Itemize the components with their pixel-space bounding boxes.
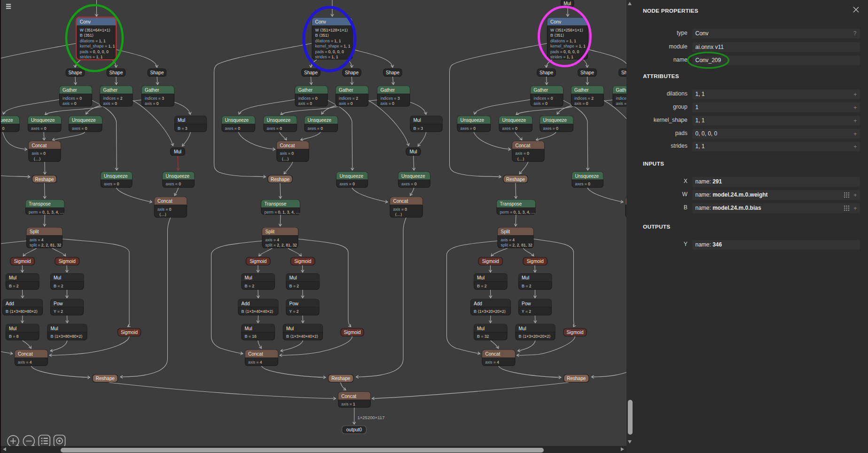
svg-text:Sigmoid: Sigmoid: [294, 259, 311, 264]
svg-text:B = 16: B = 16: [245, 334, 257, 339]
svg-text:Shape: Shape: [69, 70, 82, 75]
svg-text:⟨…⟩: ⟨…⟩: [282, 157, 289, 161]
svg-text:pads = 0, 0, 0, 0: pads = 0, 0, 0, 0: [550, 49, 579, 54]
svg-text:axis = 1: axis = 1: [341, 402, 355, 406]
svg-text:indices = 3: indices = 3: [381, 96, 400, 101]
svg-text:Shape: Shape: [150, 70, 164, 75]
svg-text:Mul: Mul: [54, 275, 61, 280]
svg-text:Mul: Mul: [409, 149, 417, 154]
svg-text:dilations = 1, 1: dilations = 1, 1: [550, 39, 576, 43]
svg-text:Gather: Gather: [574, 87, 589, 93]
svg-text:axes = 0: axes = 0: [543, 126, 559, 131]
svg-text:Conv: Conv: [80, 19, 91, 24]
svg-text:Unsqueeze: Unsqueeze: [401, 174, 425, 179]
svg-text:split = 2, 2, 81, 32: split = 2, 2, 81, 32: [30, 243, 62, 247]
svg-text:B ⟨1×3×40×40×2⟩: B ⟨1×3×40×40×2⟩: [242, 309, 274, 314]
svg-text:Sigmoid: Sigmoid: [344, 330, 360, 335]
svg-text:Gather: Gather: [103, 87, 118, 93]
svg-text:B = 2: B = 2: [245, 284, 255, 288]
svg-text:pads = 0, 0, 0, 0: pads = 0, 0, 0, 0: [315, 49, 344, 54]
svg-text:pads = 0, 0, 0, 0: pads = 0, 0, 0, 0: [80, 49, 109, 54]
svg-text:strides = 1, 1: strides = 1, 1: [80, 55, 103, 59]
svg-text:Unsqueeze: Unsqueeze: [502, 118, 526, 123]
svg-text:indices = 0: indices = 0: [534, 96, 553, 101]
svg-text:Conv: Conv: [550, 19, 561, 24]
svg-text:Unsqueeze: Unsqueeze: [543, 118, 567, 123]
svg-text:Unsqueeze: Unsqueeze: [166, 174, 190, 179]
svg-text:axis = 0: axis = 0: [280, 151, 294, 156]
svg-text:Concat: Concat: [485, 351, 500, 357]
svg-text:Gather: Gather: [534, 87, 548, 93]
svg-text:Concat: Concat: [157, 199, 172, 204]
svg-text:Transpose: Transpose: [29, 201, 51, 207]
svg-text:perm = 0, 1, 3, 4, …: perm = 0, 1, 3, 4, …: [500, 210, 535, 215]
svg-text:Transpose: Transpose: [265, 201, 287, 207]
svg-text:B ⟨1×3×40×40×2⟩: B ⟨1×3×40×40×2⟩: [286, 334, 318, 339]
svg-text:Unsqueeze: Unsqueeze: [104, 174, 128, 179]
svg-text:Reshape: Reshape: [567, 376, 586, 381]
svg-text:Mul: Mul: [178, 118, 185, 123]
svg-text:dilations = 1, 1: dilations = 1, 1: [315, 39, 341, 43]
svg-text:1×25200×117: 1×25200×117: [358, 415, 385, 420]
svg-text:Concat: Concat: [393, 199, 408, 204]
svg-text:Mul: Mul: [522, 275, 529, 280]
svg-text:B = 3: B = 3: [414, 126, 423, 131]
svg-text:Mul: Mul: [414, 118, 421, 123]
svg-text:indices = 2: indices = 2: [103, 96, 123, 101]
svg-text:⟨…⟩: ⟨…⟩: [159, 212, 166, 217]
svg-text:Concat: Concat: [341, 394, 356, 399]
svg-text:axis = 0: axis = 0: [103, 101, 117, 106]
svg-text:W ⟨351×256×1×1⟩: W ⟨351×256×1×1⟩: [550, 28, 583, 32]
svg-text:Split: Split: [501, 229, 510, 234]
svg-text:Unsqueeze: Unsqueeze: [575, 174, 599, 179]
svg-text:axis = 0: axis = 0: [393, 207, 407, 212]
svg-text:Concat: Concat: [248, 351, 263, 357]
svg-text:Shape: Shape: [345, 70, 359, 75]
svg-text:perm = 0, 1, 3, 4, …: perm = 0, 1, 3, 4, …: [29, 210, 64, 215]
svg-text:Add: Add: [6, 301, 14, 306]
svg-text:B = 2: B = 2: [9, 284, 19, 288]
svg-text:axis = 0: axis = 0: [32, 151, 46, 156]
svg-text:Pow: Pow: [522, 301, 531, 306]
svg-text:axis = 4: axis = 4: [485, 360, 500, 365]
svg-text:axes = 0: axes = 0: [308, 126, 323, 131]
svg-text:Unsqueeze: Unsqueeze: [340, 174, 364, 179]
svg-text:Shape: Shape: [580, 70, 594, 75]
svg-text:axis = 0: axis = 0: [157, 207, 172, 212]
svg-text:Gather: Gather: [298, 87, 313, 93]
svg-text:Shape: Shape: [386, 70, 399, 75]
svg-text:Shape: Shape: [304, 70, 318, 75]
svg-text:axis = 0: axis = 0: [381, 101, 395, 106]
svg-text:Concat: Concat: [32, 143, 47, 148]
svg-text:axis = 4: axis = 4: [501, 238, 515, 242]
svg-text:B = 2: B = 2: [522, 284, 532, 288]
svg-text:Mul: Mul: [174, 149, 181, 154]
svg-text:axis = 0: axis = 0: [339, 101, 353, 106]
svg-text:axis = 4: axis = 4: [18, 360, 32, 365]
svg-text:B ⟨1×3×80×80×2⟩: B ⟨1×3×80×80×2⟩: [6, 309, 38, 314]
svg-text:B ⟨351⟩: B ⟨351⟩: [80, 33, 94, 38]
svg-text:B = 32: B = 32: [477, 334, 489, 339]
svg-text:Transpose: Transpose: [500, 201, 522, 207]
svg-text:Sigmoid: Sigmoid: [121, 330, 138, 335]
svg-text:Reshape: Reshape: [331, 376, 350, 381]
svg-text:Sigmoid: Sigmoid: [482, 259, 499, 264]
svg-text:indices = 3: indices = 3: [145, 96, 164, 101]
svg-text:Mul: Mul: [245, 326, 252, 331]
svg-text:axes = 0: axes = 0: [225, 126, 241, 131]
svg-text:Gather: Gather: [63, 87, 77, 93]
svg-text:Y = 2: Y = 2: [522, 309, 531, 314]
svg-text:B = 3: B = 3: [178, 126, 188, 131]
svg-text:Mul: Mul: [51, 326, 58, 331]
svg-text:Unsqueeze: Unsqueeze: [308, 118, 332, 123]
svg-text:Sigmoid: Sigmoid: [59, 259, 76, 264]
svg-text:B ⟨351⟩: B ⟨351⟩: [550, 33, 564, 38]
svg-text:B = 8: B = 8: [9, 334, 19, 339]
svg-text:Concat: Concat: [516, 143, 531, 148]
svg-text:Pow: Pow: [54, 301, 63, 306]
svg-text:B ⟨1×3×80×80×2⟩: B ⟨1×3×80×80×2⟩: [51, 334, 83, 339]
svg-text:Mul: Mul: [563, 1, 571, 6]
svg-text:B ⟨1×3×20×20×2⟩: B ⟨1×3×20×20×2⟩: [519, 334, 551, 339]
svg-text:Unsqueeze: Unsqueeze: [225, 118, 249, 123]
svg-text:strides = 1, 1: strides = 1, 1: [315, 55, 338, 59]
